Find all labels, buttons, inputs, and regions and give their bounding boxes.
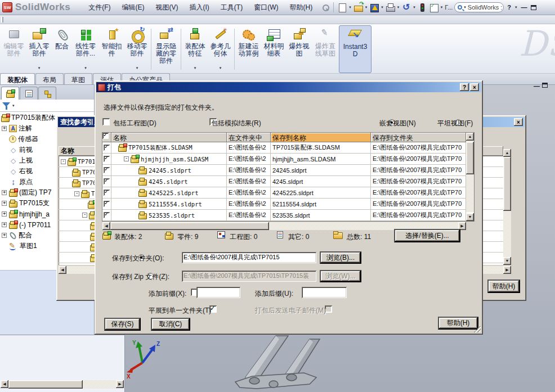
scroll-left-button[interactable]: ◀	[102, 222, 110, 230]
chevron-down-icon[interactable]: ▾	[413, 5, 416, 10]
flat-view-label[interactable]: 平坦视图(F)	[437, 119, 473, 128]
show-hidden-components-button[interactable]: 显示隐藏的零部件	[153, 25, 180, 73]
minimize-button[interactable]: —	[520, 4, 529, 11]
mate-button[interactable]: 配合	[52, 25, 72, 73]
row-checkbox[interactable]	[104, 167, 110, 173]
collapse-icon[interactable]	[82, 213, 87, 218]
chevron-down-icon[interactable]: ▾	[440, 5, 444, 10]
resize-grip[interactable]	[474, 326, 481, 332]
new-document-button[interactable]	[337, 3, 347, 12]
table-vertical-scrollbar[interactable]: ▲ ▼	[466, 133, 474, 221]
add-prefix-label[interactable]: 添加前缀(X):	[149, 289, 186, 299]
dialog-close-button[interactable]: ×	[470, 83, 479, 91]
column-header-in-folder[interactable]: 在文件夹中	[227, 133, 271, 142]
table-row[interactable]: 4245225.sldprt E:\图纸备份\2 4245225.sldprt …	[102, 187, 474, 199]
scroll-right-button[interactable]: ▶	[503, 266, 511, 274]
print-button[interactable]	[386, 3, 395, 12]
table-row[interactable]: TP7015装配体.SLDASM E:\图纸备份\2 TP7015装配体.SLD…	[102, 142, 474, 154]
save-dialog-button[interactable]: 保存(S)	[104, 318, 141, 331]
pin-icon[interactable]	[320, 3, 330, 12]
menu-item-view[interactable]: 视图(V)	[150, 0, 184, 15]
chevron-down-icon[interactable]: ▾	[220, 64, 222, 71]
assembly-features-button[interactable]: 装配体特征 ▾	[182, 25, 208, 73]
row-checkbox[interactable]	[104, 145, 110, 151]
row-checkbox[interactable]	[104, 156, 110, 162]
help-button[interactable]: 帮助(H)	[438, 317, 478, 330]
toolbar-grip[interactable]	[1, 17, 3, 22]
row-checkbox[interactable]	[104, 201, 110, 207]
save-to-folder-label[interactable]: 保存到文件夹(O):	[112, 254, 164, 263]
menu-item-edit[interactable]: 编辑(E)	[117, 0, 150, 15]
insert-component-button[interactable]: 插入零部件 ▾	[26, 25, 52, 73]
propertymanager-tab[interactable]	[20, 87, 38, 100]
select-replace-button[interactable]: 选择/替换(E)...	[394, 229, 460, 242]
table-row[interactable]: hjmjhjjh_asm.SLDASM E:\图纸备份\2 hjmjhjjh_a…	[102, 154, 474, 165]
model-3d[interactable]	[220, 335, 332, 392]
new-motion-study-button[interactable]: 新建运动算例	[236, 25, 261, 73]
browse-folder-button[interactable]: 浏览(B)...	[320, 251, 361, 264]
chevron-down-icon[interactable]: ▾	[348, 5, 352, 10]
scrollbar-thumb[interactable]	[503, 157, 511, 211]
bill-of-materials-button[interactable]: 材料明细表	[261, 25, 287, 73]
document-minimize-button[interactable]: —	[534, 83, 540, 89]
filter-icon[interactable]	[2, 102, 10, 110]
findrefs-vertical-scrollbar[interactable]: ▲ ▼	[503, 149, 511, 265]
menu-item-file[interactable]: 文件(F)	[83, 0, 116, 15]
table-row[interactable]: 523535.sldprt E:\图纸备份\2 523535.sldprt E:…	[102, 210, 474, 221]
chevron-down-icon[interactable]: ▾	[12, 103, 15, 108]
include-simulation-label[interactable]: 包括模拟结果(R)	[211, 119, 261, 128]
scrollbar-thumb[interactable]	[8, 380, 83, 389]
table-row[interactable]: 52115554.sldprt E:\图纸备份\2 52115554.sldpr…	[102, 199, 474, 210]
flatten-label[interactable]: 平展到单一文件夹(T)	[149, 306, 211, 316]
move-component-button[interactable]: 移动零部件 ▾	[124, 25, 150, 73]
dialog-help-button[interactable]: ?	[460, 83, 469, 91]
column-header-name[interactable]: 名称	[111, 133, 227, 142]
expand-icon[interactable]	[2, 211, 7, 217]
scrollbar-thumb[interactable]	[466, 142, 474, 174]
open-button[interactable]	[353, 3, 363, 12]
chevron-down-icon[interactable]: ▾	[136, 64, 138, 71]
save-button[interactable]	[369, 3, 379, 12]
scroll-up-button[interactable]: ▲	[503, 149, 511, 157]
suffix-input[interactable]	[302, 287, 347, 298]
toolbar-overflow[interactable]: Γ...	[445, 4, 453, 11]
expand-icon[interactable]	[2, 222, 7, 227]
collapse-icon[interactable]	[74, 191, 79, 196]
tab-assembly[interactable]: 装配体	[0, 73, 35, 84]
exploded-view-button[interactable]: 爆炸视图	[287, 25, 312, 73]
chevron-down-icon[interactable]: ▾	[514, 5, 518, 10]
menu-item-tools[interactable]: 工具(T)	[215, 0, 248, 15]
expand-icon[interactable]	[2, 201, 7, 206]
scroll-left-button[interactable]: ◀	[1, 380, 8, 388]
expand-icon[interactable]	[2, 190, 7, 195]
menu-item-insert[interactable]: 插入(I)	[184, 0, 215, 15]
menu-item-window[interactable]: 窗口(W)	[248, 0, 284, 15]
scroll-down-button[interactable]: ▼	[466, 213, 474, 221]
chevron-down-icon[interactable]: ▾	[365, 5, 368, 10]
scroll-up-button[interactable]: ▲	[466, 133, 474, 141]
findrefs-close-button[interactable]: ×	[514, 118, 523, 126]
chevron-down-icon[interactable]: ▾	[194, 64, 196, 71]
app-help-button[interactable]: ?	[505, 4, 513, 11]
row-checkbox[interactable]	[104, 178, 110, 184]
scroll-left-button[interactable]: ◀	[59, 266, 66, 274]
scroll-down-button[interactable]: ▼	[503, 257, 511, 265]
chevron-down-icon[interactable]: ▾	[463, 5, 467, 10]
save-to-zip-label[interactable]: 保存到 Zip 文件(Z):	[112, 272, 169, 282]
table-row[interactable]: 24245.sldprt E:\图纸备份\2 24245.sldprt E:\图…	[102, 165, 474, 176]
collapse-icon[interactable]	[61, 159, 66, 164]
findrefs-help-button[interactable]: 帮助(H)	[487, 280, 520, 293]
include-drawings-checkbox[interactable]	[102, 118, 110, 125]
undo-button[interactable]: ↺	[401, 3, 411, 12]
menu-item-help[interactable]: 帮助(H)	[284, 0, 319, 15]
table-row[interactable]: 4245.sldprt E:\图纸备份\2 4245.sldprt E:\图纸备…	[102, 176, 474, 187]
save-folder-input[interactable]: E:\图纸备份\2007模具完成\TP7015	[182, 252, 316, 263]
expand-icon[interactable]	[2, 233, 7, 238]
dialog-titlebar[interactable]: 打包 ? ×	[96, 82, 481, 92]
scrollbar-thumb[interactable]	[110, 222, 269, 230]
horizontal-scrollbar[interactable]: ◀ ▶	[1, 380, 124, 389]
select-all-checkbox[interactable]	[102, 133, 109, 139]
document-restore-button[interactable]	[542, 83, 548, 88]
restore-button[interactable]	[531, 5, 536, 10]
include-drawings-label[interactable]: 包括工程图(D)	[113, 119, 156, 128]
